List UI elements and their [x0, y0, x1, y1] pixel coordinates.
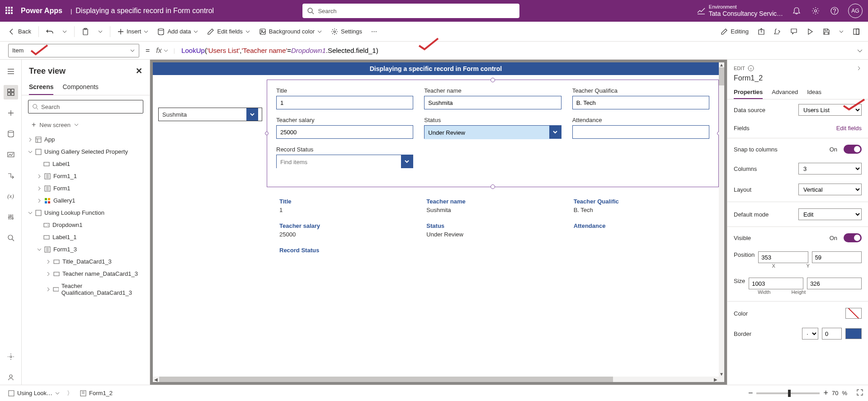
- vertical-scrollbar[interactable]: ▲ ▼: [719, 62, 724, 377]
- border-width-input[interactable]: [822, 328, 842, 340]
- notifications-icon[interactable]: [791, 7, 802, 15]
- property-selector[interactable]: Item: [8, 44, 139, 57]
- tree-search[interactable]: Search: [28, 100, 143, 113]
- new-screen-button[interactable]: + New screen: [22, 118, 150, 132]
- border-style-select[interactable]: —: [802, 328, 818, 340]
- pos-y-input[interactable]: [812, 251, 862, 263]
- color-picker[interactable]: [845, 308, 862, 319]
- visible-toggle[interactable]: [844, 233, 862, 242]
- bg-color-button[interactable]: Background color: [255, 25, 326, 38]
- more-button[interactable]: ⋯: [368, 25, 381, 38]
- tree-node[interactable]: Teacher name_DataCard1_3: [22, 268, 150, 280]
- horizontal-scrollbar[interactable]: ◀ ▶: [153, 377, 719, 382]
- undo-dropdown[interactable]: [59, 27, 71, 37]
- settings-button[interactable]: Settings: [327, 25, 366, 38]
- tab-properties[interactable]: Properties: [734, 86, 763, 99]
- layout-select[interactable]: Vertical: [798, 184, 862, 195]
- app-launcher-icon[interactable]: [5, 7, 14, 15]
- record-status-combo[interactable]: [276, 155, 413, 168]
- rail-data[interactable]: [4, 127, 18, 141]
- zoom-slider[interactable]: [756, 392, 820, 394]
- save-button[interactable]: [819, 25, 834, 38]
- toggle-value: On: [830, 146, 837, 153]
- tab-ideas[interactable]: Ideas: [807, 86, 821, 99]
- snap-toggle[interactable]: [844, 145, 862, 154]
- zoom-in-button[interactable]: +: [823, 388, 828, 398]
- editing-mode[interactable]: Editing: [717, 25, 752, 38]
- zoom-out-button[interactable]: −: [748, 388, 753, 398]
- share-button[interactable]: [754, 25, 769, 38]
- rail-insert[interactable]: [4, 106, 18, 120]
- tree-node[interactable]: Label1_1: [22, 231, 150, 243]
- comments-button[interactable]: [787, 25, 801, 38]
- insert-button[interactable]: Insert: [114, 25, 152, 38]
- play-button[interactable]: [803, 25, 817, 38]
- save-dropdown[interactable]: [835, 27, 847, 37]
- back-button[interactable]: Back: [5, 25, 35, 38]
- chevron-right-icon[interactable]: [856, 66, 862, 71]
- tree-node[interactable]: Form1_1: [22, 170, 150, 182]
- paste-dropdown[interactable]: [94, 27, 106, 37]
- tab-screens[interactable]: Screens: [29, 80, 53, 95]
- environment-picker[interactable]: Environment Tata Consultancy Servic…: [697, 4, 783, 18]
- app-canvas[interactable]: Displaying a specific record in Form con…: [153, 62, 719, 377]
- tree-node[interactable]: Gallery1: [22, 194, 150, 207]
- rail-media[interactable]: [4, 147, 18, 162]
- formula-expand[interactable]: [852, 47, 868, 54]
- user-avatar[interactable]: AG: [848, 4, 863, 18]
- tree-node[interactable]: Label1: [22, 158, 150, 170]
- rail-tree-view[interactable]: [4, 85, 18, 99]
- paste-button[interactable]: [78, 25, 93, 38]
- settings-icon[interactable]: [810, 7, 821, 15]
- tree-node[interactable]: Dropdown1: [22, 219, 150, 231]
- fx-label[interactable]: fx: [156, 47, 168, 55]
- add-data-button[interactable]: Add data: [154, 25, 202, 38]
- border-color-picker[interactable]: [845, 328, 862, 339]
- tree-node[interactable]: Teacher Qualification_DataCard1_3: [22, 280, 150, 299]
- formula-bar[interactable]: LookUp('Users List','Teacher name'=Dropd…: [179, 47, 852, 55]
- qualification-input[interactable]: [572, 96, 709, 109]
- rail-flows[interactable]: [4, 168, 18, 183]
- global-search[interactable]: Search: [302, 4, 519, 18]
- tree-node-app[interactable]: App: [22, 133, 150, 146]
- tree-node[interactable]: Title_DataCard1_3: [22, 255, 150, 268]
- gallery-icon: [44, 198, 51, 204]
- columns-select[interactable]: 3: [798, 163, 862, 175]
- title-input[interactable]: [276, 96, 413, 109]
- display-form[interactable]: Title1 Teacher nameSushmita Teacher Qual…: [279, 198, 710, 254]
- undo-button[interactable]: [42, 25, 57, 38]
- edit-fields-button[interactable]: Edit fields: [203, 25, 253, 38]
- resize-handle[interactable]: [265, 132, 269, 135]
- help-icon[interactable]: [829, 7, 840, 15]
- tree-node[interactable]: Form1_3: [22, 243, 150, 255]
- rail-search[interactable]: [4, 231, 18, 245]
- default-mode-select[interactable]: Edit: [798, 208, 862, 220]
- dropdown-control[interactable]: Sushmita: [158, 108, 262, 121]
- tab-components[interactable]: Components: [62, 80, 98, 95]
- tree-node-screen[interactable]: Using Lookup Function: [22, 207, 150, 219]
- tree-node[interactable]: Form1: [22, 182, 150, 194]
- status-combo[interactable]: [424, 125, 561, 139]
- rail-settings-bottom[interactable]: [4, 349, 18, 364]
- rail-variables[interactable]: (x): [4, 189, 18, 203]
- width-input[interactable]: [749, 278, 803, 289]
- rail-ask-bottom[interactable]: [4, 370, 18, 385]
- rail-tools[interactable]: [4, 210, 18, 224]
- breadcrumb-screen[interactable]: Using Look…: [5, 388, 63, 398]
- height-input[interactable]: [807, 278, 862, 289]
- publish-button[interactable]: [849, 25, 863, 38]
- rail-hamburger[interactable]: [4, 64, 18, 79]
- info-icon[interactable]: [748, 65, 754, 71]
- tree-node-screen[interactable]: Using Gallery Selected Property: [22, 146, 150, 158]
- close-tree-icon[interactable]: ✕: [136, 66, 142, 76]
- edit-fields-link[interactable]: Edit fields: [836, 125, 862, 132]
- teacher-name-input[interactable]: [424, 96, 561, 109]
- fit-button[interactable]: [856, 389, 863, 397]
- breadcrumb-control[interactable]: Form1_2: [76, 388, 116, 398]
- salary-input[interactable]: [276, 125, 413, 139]
- attendance-input[interactable]: [572, 125, 709, 139]
- pos-x-input[interactable]: [758, 251, 808, 263]
- form-control-selected[interactable]: Title Teacher name Teacher Qualifica: [267, 80, 719, 187]
- tab-advanced[interactable]: Advanced: [772, 86, 798, 99]
- checker-button[interactable]: [770, 25, 785, 38]
